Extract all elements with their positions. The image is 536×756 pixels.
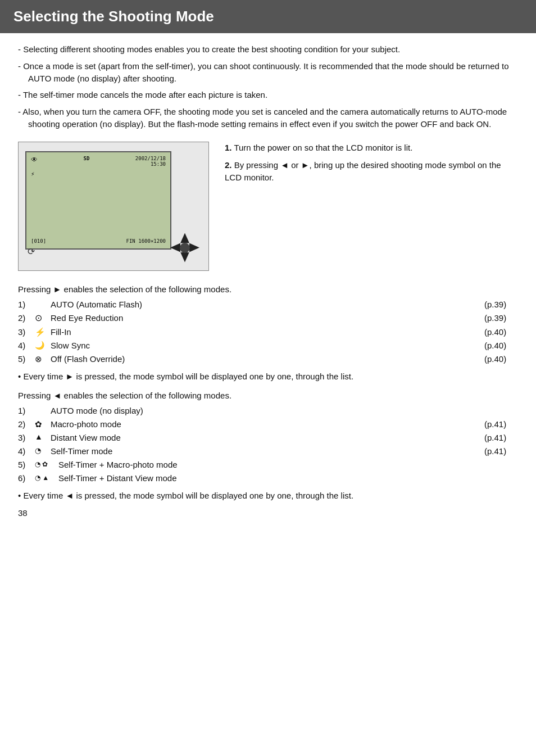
mode-left-3: 3) ▲ Distant View mode (p.41) <box>18 432 518 443</box>
macro-icon: ✿ <box>35 418 51 430</box>
fill-in-icon: ⚡ <box>35 326 51 338</box>
camera-sd-label: SD <box>83 156 89 161</box>
left-mode-list: 1) AUTO mode (no display) 2) ✿ Macro-pho… <box>18 405 518 484</box>
intro-item-2: Once a mode is set (apart from the self-… <box>18 60 518 85</box>
two-column-section: 👁 SD 2002/12/1815:30 ⚡ [010] FIN 1600×12… <box>18 142 518 271</box>
mode-left-5: 5) ◔ ✿ Self-Timer + Macro-photo mode <box>18 459 518 470</box>
left-bullet-note: Every time ◄ is pressed, the mode symbol… <box>18 490 518 502</box>
intro-list: Selecting different shooting modes enabl… <box>18 43 518 130</box>
mode-right-2: 2) ⊙ Red Eye Reduction (p.39) <box>18 312 518 324</box>
intro-item-3: The self-timer mode cancels the mode aft… <box>18 89 518 101</box>
camera-flash-symbol: ⚡ <box>31 170 35 178</box>
dpad-left[interactable] <box>170 243 180 252</box>
off-flash-icon: ⊗ <box>35 353 51 365</box>
mode-left-2: 2) ✿ Macro-photo mode (p.41) <box>18 418 518 430</box>
right-bullet-note: Every time ► is pressed, the mode symbol… <box>18 370 518 383</box>
camera-eye-icon: 👁 <box>31 156 38 164</box>
dpad-up[interactable] <box>180 233 189 243</box>
self-timer-icon: ◔ <box>35 446 51 456</box>
camera-display-image: 👁 SD 2002/12/1815:30 ⚡ [010] FIN 1600×12… <box>18 142 209 271</box>
page-title: Selecting the Shooting Mode <box>13 8 523 25</box>
pressing-left-intro: Pressing ◄ enables the selection of the … <box>18 390 518 401</box>
right-mode-list: 1) AUTO (Automatic Flash) (p.39) 2) ⊙ Re… <box>18 298 518 365</box>
camera-screen: 👁 SD 2002/12/1815:30 ⚡ [010] FIN 1600×12… <box>25 151 171 250</box>
instructions-panel: 1. Turn the power on so that the LCD mon… <box>225 142 518 189</box>
pressing-right-intro: Pressing ► enables the selection of the … <box>18 283 518 295</box>
step-1: 1. Turn the power on so that the LCD mon… <box>225 142 518 154</box>
shutter-symbol: ⟳ <box>28 246 35 257</box>
camera-datetime: 2002/12/1815:30 <box>135 156 166 167</box>
dpad-right[interactable] <box>189 243 199 252</box>
step-2: 2. By pressing ◄ or ►, bring up the desi… <box>225 159 518 184</box>
self-timer-macro-icon: ◔ ✿ <box>35 460 58 469</box>
mode-right-4: 4) 🌙 Slow Sync (p.40) <box>18 339 518 351</box>
distant-view-icon: ▲ <box>35 432 51 443</box>
camera-quality: FIN 1600×1200 <box>126 238 166 244</box>
red-eye-icon: ⊙ <box>35 312 51 324</box>
intro-item-4: Also, when you turn the camera OFF, the … <box>18 106 518 130</box>
mode-left-4: 4) ◔ Self-Timer mode (p.41) <box>18 445 518 457</box>
mode-right-3: 3) ⚡ Fill-In (p.40) <box>18 326 518 338</box>
dpad-control[interactable] <box>170 233 199 262</box>
header: Selecting the Shooting Mode <box>0 0 536 33</box>
mode-right-1: 1) AUTO (Automatic Flash) (p.39) <box>18 298 518 310</box>
slow-sync-icon: 🌙 <box>35 340 51 351</box>
dpad-down[interactable] <box>180 252 189 262</box>
intro-item-1: Selecting different shooting modes enabl… <box>18 43 518 56</box>
mode-right-5: 5) ⊗ Off (Flash Override) (p.40) <box>18 353 518 365</box>
page-number: 38 <box>18 508 518 518</box>
mode-left-1: 1) AUTO mode (no display) <box>18 405 518 417</box>
mode-left-6: 6) ◔ ▲ Self-Timer + Distant View mode <box>18 472 518 484</box>
camera-frame-count: [010] <box>31 238 46 244</box>
self-timer-distant-icon: ◔ ▲ <box>35 473 58 483</box>
dpad-center[interactable] <box>180 243 190 253</box>
